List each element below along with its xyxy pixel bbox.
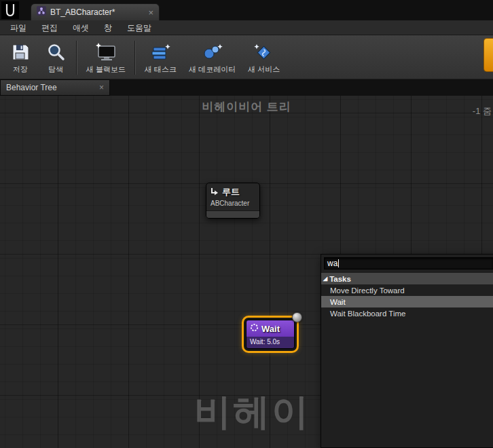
wait-node-header: Wait bbox=[246, 320, 294, 337]
menu-item-window[interactable]: 창 bbox=[96, 20, 120, 35]
new-decorator-icon bbox=[201, 41, 224, 63]
search-input[interactable]: wa bbox=[324, 257, 493, 269]
root-node-header: 루트 bbox=[206, 183, 259, 199]
wait-task-icon bbox=[250, 322, 259, 335]
menu-item-move-directly-toward[interactable]: Move Directly Toward bbox=[321, 284, 493, 296]
menu-item-wait-blackboard-time[interactable]: Wait Blackboard Time bbox=[321, 307, 493, 319]
root-node-icon bbox=[211, 186, 219, 198]
root-node-output-pin[interactable] bbox=[206, 210, 259, 218]
zoom-level-label: -1 줌 bbox=[473, 105, 492, 117]
expand-arrow-icon: ◢ bbox=[323, 276, 327, 282]
title-bar: BT_ABCharacter* × bbox=[0, 0, 493, 20]
menu-item-help[interactable]: 도움말 bbox=[120, 20, 159, 35]
new-decorator-button[interactable]: 새 데코레이터 bbox=[183, 37, 242, 79]
new-task-button-label: 새 태스크 bbox=[145, 64, 177, 75]
toolbar-separator bbox=[76, 41, 77, 75]
menu-item-file[interactable]: 파일 bbox=[3, 20, 34, 35]
wait-node[interactable]: Wait Wait: 5.0s bbox=[246, 320, 295, 349]
root-node[interactable]: 루트 ABCharacter bbox=[206, 183, 260, 219]
root-node-title: 루트 bbox=[222, 186, 240, 198]
behavior-tree-asset-icon bbox=[37, 6, 46, 18]
menu-item-edit[interactable]: 편집 bbox=[34, 20, 65, 35]
menu-bar: 파일 편집 애셋 창 도움말 bbox=[0, 20, 493, 35]
browse-button-label: 탐색 bbox=[48, 64, 63, 75]
behavior-tree-editor-window: BT_ABCharacter* × 파일 편집 애셋 창 도움말 저장 bbox=[0, 0, 493, 448]
close-icon[interactable]: × bbox=[148, 8, 153, 17]
wait-node-title: Wait bbox=[261, 324, 280, 334]
new-blackboard-button-label: 새 블랙보드 bbox=[86, 64, 126, 75]
toolbar-overflow-accent[interactable] bbox=[483, 38, 493, 72]
new-decorator-button-label: 새 데코레이터 bbox=[189, 64, 236, 75]
root-node-subtitle: ABCharacter bbox=[206, 199, 259, 210]
toolbar-separator bbox=[134, 41, 136, 75]
save-icon bbox=[10, 41, 31, 63]
new-task-button[interactable]: 새 태스크 bbox=[139, 37, 183, 79]
node-context-menu: wa ◢ Tasks Move Directly Toward Wait Wai… bbox=[321, 254, 493, 448]
wait-node-detail: Wait: 5.0s bbox=[246, 337, 294, 348]
menu-item-asset[interactable]: 애셋 bbox=[65, 20, 96, 35]
new-blackboard-button[interactable]: 새 블랙보드 bbox=[80, 37, 132, 79]
asset-tab-title: BT_ABCharacter* bbox=[50, 7, 144, 17]
category-label: Tasks bbox=[329, 275, 351, 283]
new-service-button[interactable]: 새 서비스 bbox=[242, 37, 286, 79]
save-button-label: 저장 bbox=[13, 64, 28, 75]
search-input-value: wa bbox=[327, 258, 337, 269]
save-button[interactable]: 저장 bbox=[3, 37, 38, 79]
unreal-logo-icon[interactable] bbox=[1, 1, 19, 19]
category-row-tasks[interactable]: ◢ Tasks bbox=[321, 273, 493, 284]
doc-tab-row: Behavior Tree × bbox=[0, 79, 493, 96]
graph-watermark: 비헤이 bbox=[194, 388, 310, 437]
tab-behavior-tree[interactable]: Behavior Tree × bbox=[0, 79, 110, 96]
browse-button[interactable]: 탐색 bbox=[38, 37, 73, 79]
execution-index-badge bbox=[292, 312, 302, 322]
graph-title: 비헤이비어 트리 bbox=[0, 99, 493, 115]
menu-item-wait[interactable]: Wait bbox=[321, 296, 493, 307]
browse-icon bbox=[45, 41, 66, 63]
new-task-icon bbox=[149, 41, 172, 63]
text-caret bbox=[338, 259, 339, 267]
close-icon[interactable]: × bbox=[99, 83, 104, 92]
wait-node-selected[interactable]: Wait Wait: 5.0s bbox=[242, 316, 299, 353]
toolbar: 저장 탐색 새 블랙보드 bbox=[0, 35, 493, 79]
asset-tab-bt-abcharacter[interactable]: BT_ABCharacter* × bbox=[31, 3, 160, 20]
new-blackboard-icon bbox=[94, 41, 118, 63]
tab-behavior-tree-label: Behavior Tree bbox=[6, 83, 94, 92]
new-service-button-label: 새 서비스 bbox=[248, 64, 280, 75]
new-service-icon bbox=[253, 41, 276, 63]
